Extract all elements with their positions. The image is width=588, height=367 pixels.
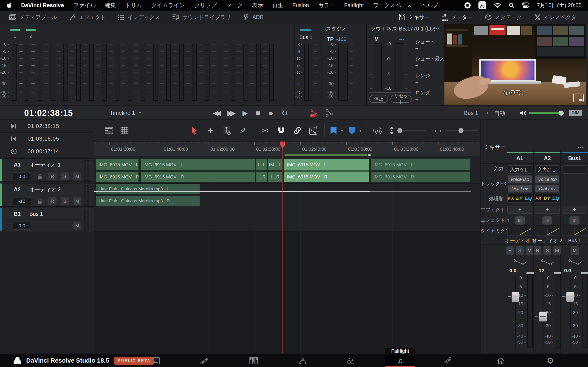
menu-fusion[interactable]: Fusion — [292, 2, 309, 8]
automation-line-dim[interactable] — [370, 191, 471, 192]
link-clips-button[interactable] — [291, 120, 304, 141]
strip-a2-effects-in[interactable]: In — [542, 216, 552, 225]
control-center-icon[interactable] — [522, 2, 529, 8]
timeline-ruler[interactable]: 01:01:20:0001:01:40:0001:02:00:0001:02:2… — [94, 142, 480, 156]
mixer-toggle-button[interactable]: ミキサー — [393, 13, 436, 22]
index-button[interactable]: インデックス — [112, 13, 166, 22]
menu-playback[interactable]: 再生 — [272, 2, 283, 9]
menu-view[interactable]: 表示 — [252, 2, 263, 9]
strip-a1-process-order[interactable]: FX DY EQ — [507, 194, 532, 202]
range-selection-tool-button[interactable]: + — [204, 120, 217, 141]
track-a1-gain[interactable]: 0.0 — [13, 173, 31, 180]
automation-toggle-button[interactable] — [308, 106, 321, 120]
audio-clip-music-r[interactable]: Little Fish - Quincas Moreira.mp3 - R — [95, 196, 200, 206]
lock-icon[interactable] — [37, 173, 43, 179]
track-b1-gain[interactable]: 0.0 — [13, 222, 31, 230]
timeline-tracks-area[interactable]: IMG_6915.MOV - LIMG_6915.MOV - LI...LIM.… — [94, 156, 480, 353]
menu-color[interactable]: カラー — [318, 2, 335, 9]
strip-a1-solo[interactable]: S — [516, 246, 523, 255]
strip-bus1-fader-knob[interactable] — [566, 292, 574, 302]
audio-clip[interactable]: I...R — [256, 171, 267, 182]
menu-timeline[interactable]: タイムライン — [151, 2, 185, 9]
flag-button[interactable] — [328, 120, 339, 141]
track-b1-mute[interactable]: M — [73, 222, 81, 230]
loudness-options-button[interactable]: ••• — [433, 24, 440, 33]
speaker-icon[interactable] — [518, 106, 528, 120]
strip-bus1-fader-track[interactable] — [570, 277, 571, 348]
snapping-magnet-button[interactable] — [275, 120, 288, 141]
strip-a1-fader-value[interactable]: 0.0 — [510, 268, 517, 274]
strip-a2-name[interactable]: オーディオ 2 — [534, 236, 561, 245]
edit-selection-tool-button[interactable] — [220, 120, 234, 141]
strip-bus1-mute[interactable]: M — [571, 246, 579, 255]
track-a2-gain[interactable]: -12 — [13, 197, 31, 205]
strip-a2-dynamics[interactable] — [535, 227, 560, 236]
strip-a1-dial-lev[interactable]: Dial Lev — [508, 185, 532, 192]
meters-toggle-button[interactable]: メーター — [436, 13, 479, 22]
menu-workspace[interactable]: ワークスペース — [373, 2, 412, 9]
strip-a2-record[interactable]: R — [534, 246, 541, 255]
strip-a1-input[interactable]: 入力なし — [508, 165, 531, 174]
apple-icon[interactable] — [7, 2, 12, 8]
strip-a1-voice-iso[interactable]: Voice Iso — [508, 175, 532, 183]
strip-a1-pan[interactable] — [506, 257, 533, 267]
timeline-selector[interactable]: Timeline 1 ▼ — [110, 110, 142, 116]
studio-tp-value[interactable]: -100 — [336, 36, 346, 42]
marker-chevron[interactable]: ▼ — [357, 120, 364, 141]
strip-bus1-dynamics[interactable] — [562, 227, 587, 236]
horizontal-zoom-slider[interactable] — [445, 130, 479, 131]
automation-settings-button[interactable]: ⚙ — [322, 106, 335, 120]
loudness-reset-button[interactable]: リセット — [390, 95, 412, 103]
audio-clip[interactable]: I...R — [268, 171, 283, 182]
audio-clip[interactable]: I...L — [256, 159, 267, 171]
strip-a1-dynamics[interactable] — [507, 227, 532, 236]
timecode-row-playhead[interactable]: 01:02:38:15 — [0, 120, 94, 133]
record-button[interactable]: ● — [265, 106, 277, 120]
audio-clip[interactable]: IMG_6915.MOV - R — [140, 171, 255, 182]
page-tab-color[interactable] — [337, 354, 364, 367]
page-tab-deliver[interactable] — [434, 354, 462, 367]
home-button[interactable] — [487, 354, 515, 367]
menu-app-name[interactable]: DaVinci Resolve — [21, 2, 64, 8]
razor-tool-button[interactable]: ✂ — [259, 120, 272, 141]
strip-a2-solo[interactable]: S — [544, 246, 551, 255]
audio-clip-music-l[interactable]: Little Fish - Quincas Moreira.mp3 - L — [95, 184, 200, 194]
strip-bus1-name[interactable]: Bus 1 — [561, 236, 588, 245]
menu-mark[interactable]: マーク — [226, 2, 243, 9]
strip-bus1-pan[interactable] — [561, 257, 588, 267]
fast-forward-button[interactable]: ▶▶ — [225, 106, 238, 120]
menu-clip[interactable]: クリップ — [194, 2, 217, 9]
strip-a1-add-effect[interactable]: + — [507, 206, 532, 214]
audio-clip[interactable]: IMG_6915.MOV - R — [371, 171, 470, 182]
flexbus-keyframe-button[interactable] — [307, 120, 321, 141]
strip-a1-id[interactable]: A1 — [506, 153, 533, 163]
master-timecode[interactable]: 01:02:38:15 — [24, 108, 73, 118]
audio-clip[interactable]: IMG_6915.MOV - L — [371, 159, 470, 171]
volume-knob[interactable] — [559, 110, 564, 116]
playhead-line[interactable] — [283, 142, 283, 353]
automation-line-bright[interactable] — [94, 191, 370, 192]
track-index-button[interactable] — [118, 120, 131, 141]
strip-a2-voice-iso[interactable]: Voice Iso — [536, 175, 559, 183]
track-a1-solo[interactable]: S — [61, 173, 69, 180]
marker-button[interactable] — [346, 120, 357, 141]
track-a1-record-arm[interactable]: R — [48, 173, 57, 180]
strip-a1-mute[interactable]: M — [526, 246, 533, 255]
strip-a2-mute[interactable]: M — [553, 246, 561, 255]
page-tab-fusion[interactable] — [289, 354, 317, 367]
track-b1-name[interactable]: Bus 1 — [29, 210, 43, 218]
timeline-view-options-button[interactable] — [103, 120, 115, 141]
menu-fairlight[interactable]: Fairlight — [344, 2, 363, 8]
strip-a2-id[interactable]: A2 — [534, 153, 561, 163]
lock-icon[interactable] — [37, 198, 43, 204]
strip-a1-fader-knob[interactable] — [511, 292, 519, 302]
strip-a2-fader-knob[interactable] — [539, 311, 547, 322]
monitor-volume-slider[interactable] — [529, 112, 563, 114]
media-pool-button[interactable]: メディアプール — [3, 13, 63, 22]
pip-icon[interactable] — [573, 94, 584, 102]
monitor-mode-label[interactable]: 自動 — [492, 106, 508, 120]
track-a1-name[interactable]: オーディオ 1 — [29, 161, 61, 169]
timecode-row-clipstart[interactable]: 01:03:16:05 — [0, 133, 94, 145]
ime-input-badge[interactable]: あ — [478, 1, 486, 9]
effects-button[interactable]: エフェクト — [63, 13, 112, 22]
